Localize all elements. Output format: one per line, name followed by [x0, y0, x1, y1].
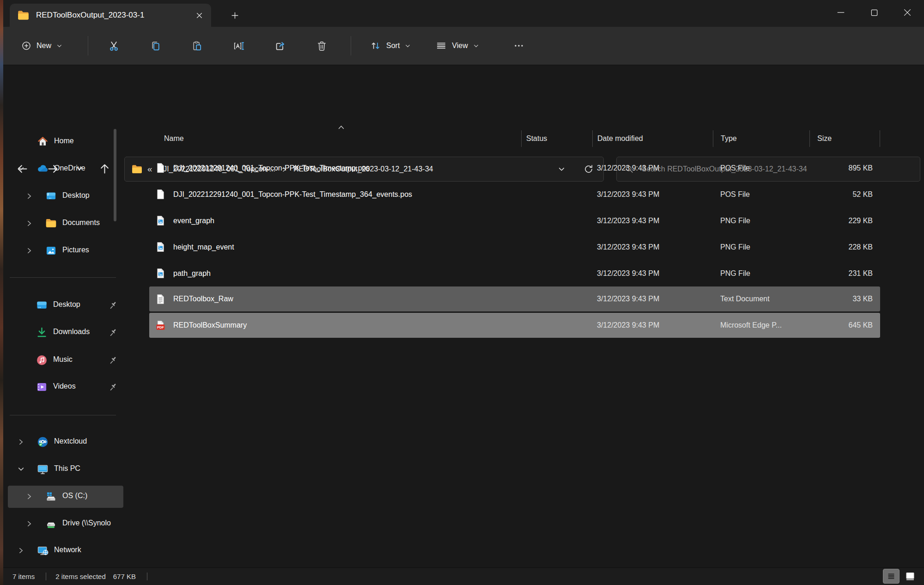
sidebar-item-videos[interactable]: Videos	[8, 376, 123, 398]
png-file-icon	[155, 241, 166, 253]
nextcloud-icon	[36, 436, 49, 448]
minimize-button[interactable]	[824, 0, 857, 25]
chevron-right-icon[interactable]	[25, 520, 33, 528]
file-row[interactable]: height_map_event 3/12/2023 9:43 PM PNG F…	[149, 234, 880, 260]
title-bar: REDToolBoxOutput_2023-03-1	[3, 0, 924, 27]
file-row[interactable]: path_graph 3/12/2023 9:43 PM PNG File 23…	[149, 260, 880, 286]
selection-size: 677 KB	[113, 573, 136, 580]
paste-button[interactable]	[183, 34, 210, 58]
pictures-icon	[45, 244, 57, 257]
status-divider	[46, 573, 46, 580]
file-list: Name Status Date modified Type Size DJI_…	[149, 122, 880, 567]
column-headers: Name Status Date modified Type Size	[149, 129, 880, 148]
sidebar-item-network[interactable]: Network	[8, 540, 123, 562]
pdf-file-icon: PDF	[155, 320, 166, 331]
text-document-icon	[155, 293, 166, 305]
chevron-right-icon[interactable]	[25, 247, 33, 255]
sort-button-label: Sort	[386, 42, 400, 50]
this-pc-icon	[36, 463, 49, 475]
music-icon	[36, 354, 48, 366]
sidebar-item-desktop-pinned[interactable]: Desktop	[8, 294, 123, 317]
pin-icon	[109, 382, 118, 391]
onedrive-icon	[36, 163, 49, 175]
sidebar-item-os-c[interactable]: OS (C:)	[8, 486, 123, 508]
sidebar-divider	[10, 277, 116, 278]
close-button[interactable]	[891, 0, 924, 25]
file-explorer-window: REDToolBoxOutput_2023-03-1 New	[0, 0, 924, 585]
sidebar-item-this-pc[interactable]: This PC	[8, 458, 123, 481]
sidebar-item-downloads[interactable]: Downloads	[8, 322, 123, 344]
desktop-wallpaper-edge	[0, 0, 3, 585]
toolbar-separator	[351, 36, 351, 55]
desktop-icon	[45, 190, 57, 202]
navigation-pane: Home OneDrive Desktop	[3, 122, 124, 567]
chevron-right-icon[interactable]	[17, 547, 25, 555]
file-row[interactable]: DJI_202212291240_001_Topcon-PPK-Test_Tim…	[149, 155, 880, 181]
items-count: 7 items	[12, 573, 35, 580]
delete-button[interactable]	[308, 34, 335, 58]
file-row[interactable]: DJI_202212291240_001_Topcon-PPK-Test_Tim…	[149, 181, 880, 207]
details-view-button[interactable]	[883, 569, 900, 584]
folder-icon	[17, 9, 30, 22]
chevron-right-icon[interactable]	[17, 438, 25, 446]
view-icon	[435, 40, 447, 52]
desktop-icon	[36, 299, 48, 311]
pin-icon	[109, 328, 118, 337]
chevron-down-icon[interactable]	[17, 165, 25, 173]
sidebar-scrollbar[interactable]	[114, 129, 116, 221]
downloads-icon	[36, 326, 48, 339]
column-header-date-modified[interactable]: Date modified	[592, 130, 713, 147]
sidebar-item-onedrive-pictures[interactable]: Pictures	[8, 240, 123, 262]
sidebar-item-home[interactable]: Home	[8, 131, 123, 153]
view-toggles	[883, 569, 918, 584]
sort-button[interactable]: Sort	[364, 36, 417, 55]
maximize-button[interactable]	[857, 0, 891, 25]
rename-button[interactable]	[225, 34, 252, 58]
new-button[interactable]: New	[15, 37, 68, 55]
chevron-right-icon[interactable]	[25, 192, 33, 200]
view-button[interactable]: View	[430, 36, 485, 55]
file-row-selected[interactable]: REDToolbox_Raw 3/12/2023 9:43 PM Text Do…	[149, 286, 880, 311]
large-thumbnails-view-button[interactable]	[902, 569, 918, 584]
chevron-down-icon	[473, 43, 480, 49]
sidebar-item-nextcloud[interactable]: Nextcloud	[8, 431, 123, 453]
status-bar: 7 items 2 items selected 677 KB	[3, 567, 924, 585]
file-row-selected[interactable]: PDF REDToolBoxSummary 3/12/2023 9:43 PM …	[149, 313, 880, 338]
sidebar-item-network-drive[interactable]: Drive (\\Synolo	[8, 513, 123, 535]
file-rows: DJI_202212291240_001_Topcon-PPK-Test_Tim…	[149, 155, 880, 338]
file-row[interactable]: event_graph 3/12/2023 9:43 PM PNG File 2…	[149, 207, 880, 234]
chevron-right-icon[interactable]	[25, 219, 33, 227]
sort-ascending-icon	[338, 125, 345, 130]
command-bar: New Sort View	[3, 27, 924, 65]
sidebar-item-music[interactable]: Music	[8, 349, 123, 372]
new-button-label: New	[36, 42, 51, 50]
sidebar-item-onedrive[interactable]: OneDrive	[8, 158, 123, 180]
chevron-down-icon	[404, 43, 411, 49]
copy-button[interactable]	[142, 34, 169, 58]
os-c-drive-icon	[45, 490, 57, 503]
explorer-tab[interactable]: REDToolBoxOutput_2023-03-1	[10, 4, 211, 27]
documents-folder-icon	[45, 217, 57, 230]
png-file-icon	[155, 268, 166, 279]
network-drive-icon	[45, 518, 57, 530]
pos-file-icon	[155, 162, 166, 174]
chevron-down-icon[interactable]	[17, 465, 25, 473]
network-icon	[36, 544, 49, 557]
sidebar-item-onedrive-documents[interactable]: Documents	[8, 213, 123, 235]
videos-icon	[36, 381, 48, 393]
column-header-size[interactable]: Size	[809, 130, 880, 147]
cut-button[interactable]	[100, 34, 127, 58]
column-header-name[interactable]: Name	[149, 130, 521, 147]
column-header-type[interactable]: Type	[713, 130, 809, 147]
navigation-row: « DJI_202212291240_001_Topcon-... REDToo…	[3, 65, 924, 122]
tab-close-button[interactable]	[192, 8, 207, 23]
chevron-right-icon[interactable]	[25, 493, 33, 500]
see-more-button[interactable]	[506, 34, 531, 57]
pin-icon	[109, 300, 118, 310]
pin-icon	[109, 355, 118, 365]
folder-icon	[131, 164, 143, 175]
new-tab-button[interactable]	[226, 6, 243, 24]
share-button[interactable]	[267, 34, 293, 58]
column-header-status[interactable]: Status	[521, 130, 592, 147]
sidebar-item-onedrive-desktop[interactable]: Desktop	[8, 185, 123, 207]
